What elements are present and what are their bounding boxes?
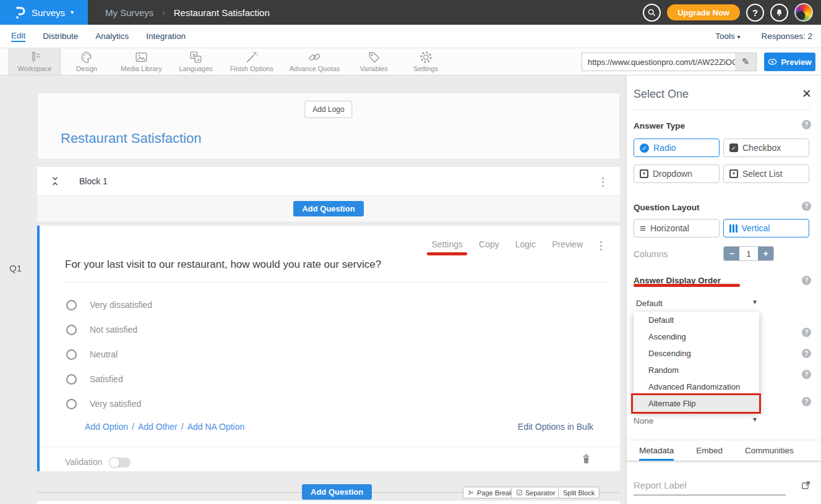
tab-distribute[interactable]: Distribute [43,32,78,41]
question-tab-preview[interactable]: Preview [552,239,583,249]
preview-button[interactable]: Preview [764,53,815,71]
top-bar: Surveys ▾ My Surveys › Restaurant Satisf… [0,0,821,25]
menu-item-default[interactable]: Default [634,312,759,328]
answer-option[interactable]: Very satisfied [66,391,152,416]
survey-title[interactable]: Restaurant Satisfaction [61,130,201,147]
add-option-link[interactable]: Add Option [85,422,128,432]
separator-button[interactable]: Separator [511,487,560,498]
question-text[interactable]: For your last visit to our restaurant, h… [65,258,381,271]
validation-toggle[interactable] [110,458,131,468]
radio-icon[interactable] [66,374,77,385]
question-tab-copy[interactable]: Copy [479,239,499,249]
layout-horizontal[interactable]: ≡ Horizontal [634,219,720,237]
menu-item-random[interactable]: Random [634,362,759,378]
question-index-label: Q1 [9,263,22,273]
help-icon: ? [752,7,758,18]
answer-display-order-help-icon[interactable]: ? [802,276,811,285]
radio-icon[interactable] [66,300,77,310]
answer-option[interactable]: Not satisfied [66,317,152,342]
radio-icon[interactable] [66,399,77,409]
question-layout-help-icon[interactable]: ? [802,202,811,211]
answer-type-radio[interactable]: ✓ Radio [634,139,720,157]
menu-item-alternate-flip[interactable]: Alternate Flip [634,395,759,412]
answer-type-help-icon[interactable]: ? [802,120,811,129]
radio-icon[interactable] [66,325,77,335]
toolbar-design[interactable]: Design [61,48,113,75]
toolbar-finish-options[interactable]: Finish Options [222,48,282,75]
hidden-setting-help-icon[interactable]: ? [802,370,811,379]
menu-item-ascending[interactable]: Ascending [634,328,759,345]
search-button[interactable] [643,4,661,22]
tools-menu[interactable]: Tools ▾ [715,32,740,41]
question-tab-settings[interactable]: Settings [431,239,463,249]
close-icon[interactable]: ✕ [802,87,812,101]
columns-value-input[interactable] [739,247,758,260]
answer-type-select-list-label: Select List [742,169,783,179]
block-header: Block 1 [37,167,620,196]
answer-option[interactable]: Very dissatisfied [66,293,152,317]
toolbar-variables[interactable]: Variables [348,48,400,75]
toolbar-media-library[interactable]: Media Library [113,48,170,75]
columns-increment-button[interactable]: + [758,247,773,260]
tab-analytics[interactable]: Analytics [95,32,129,41]
tab-communities[interactable]: Communities [745,446,794,461]
answer-type-dropdown[interactable]: ▾ Dropdown [634,164,720,183]
question-menu-kebab-icon[interactable] [598,239,604,253]
caret-down-icon[interactable]: ▾ [753,297,757,306]
report-label-input[interactable] [634,477,786,495]
caret-down-icon[interactable]: ▾ [753,415,757,424]
languages-icon: A [189,50,203,64]
radio-icon[interactable] [66,349,77,360]
question-tab-logic[interactable]: Logic [515,239,536,249]
toolbar-languages[interactable]: A Languages [170,48,222,75]
menu-item-advanced-randomization[interactable]: Advanced Randomization [634,378,759,395]
edit-options-in-bulk-link[interactable]: Edit Options in Bulk [518,422,593,432]
add-question-button[interactable]: Add Question [293,201,363,216]
toolbar-workspace[interactable]: Workspace [9,48,61,75]
tab-metadata[interactable]: Metadata [639,446,674,461]
help-button[interactable]: ? [746,4,764,22]
answer-option-label: Very dissatisfied [90,300,152,310]
upgrade-now-button[interactable]: Upgrade Now [667,4,740,20]
tab-embed[interactable]: Embed [696,446,723,461]
product-switcher[interactable]: Surveys ▾ [0,0,88,25]
block-title[interactable]: Block 1 [79,176,108,186]
none-select[interactable]: None [634,416,653,425]
answer-option-label: Satisfied [90,374,123,384]
answer-option[interactable]: Neutral [66,342,152,367]
columns-decrement-button[interactable]: − [724,247,739,260]
breadcrumb-my-surveys[interactable]: My Surveys [105,7,153,18]
avatar[interactable] [794,3,813,22]
survey-url-input[interactable] [582,53,735,71]
answer-type-select-list[interactable]: ▾ Select List [723,164,809,183]
add-na-option-link[interactable]: Add NA Option [187,422,245,432]
external-link-icon[interactable] [801,480,811,493]
answer-type-dropdown-label: Dropdown [653,169,692,179]
toolbar-settings[interactable]: Settings [400,48,452,75]
collapse-block-icon[interactable] [51,175,59,187]
hidden-setting-help-icon[interactable]: ? [802,349,811,358]
toolbar-advance-quotas[interactable]: Advance Quotas [282,48,348,75]
trash-icon[interactable] [581,452,591,468]
annotation-underline [634,284,740,287]
add-logo-button[interactable]: Add Logo [304,101,352,118]
edit-url-button[interactable]: ✎ [735,53,757,71]
menu-item-descending[interactable]: Descending [634,345,759,362]
hidden-setting-help-icon[interactable]: ? [802,397,811,406]
block-menu-kebab-icon[interactable] [600,175,606,189]
layout-vertical[interactable]: Vertical [723,219,809,237]
split-block-button[interactable]: Split Block [558,487,600,498]
notifications-button[interactable] [770,4,788,22]
answer-display-order-select[interactable]: Default [636,299,663,308]
add-other-link[interactable]: Add Other [138,422,178,432]
add-question-button-bottom[interactable]: Add Question [302,484,372,500]
page-break-button[interactable]: Page Break [463,487,517,498]
dropdown-icon: ▾ [640,169,648,178]
hidden-setting-help-icon[interactable]: ? [802,328,811,337]
link-separator: / [132,422,134,432]
answer-type-checkbox[interactable]: ✓ Checkbox [723,139,809,157]
tab-integration[interactable]: Integration [146,32,186,41]
responses-count[interactable]: Responses: 2 [761,32,812,41]
tab-edit[interactable]: Edit [11,31,25,42]
answer-option[interactable]: Satisfied [66,367,152,391]
